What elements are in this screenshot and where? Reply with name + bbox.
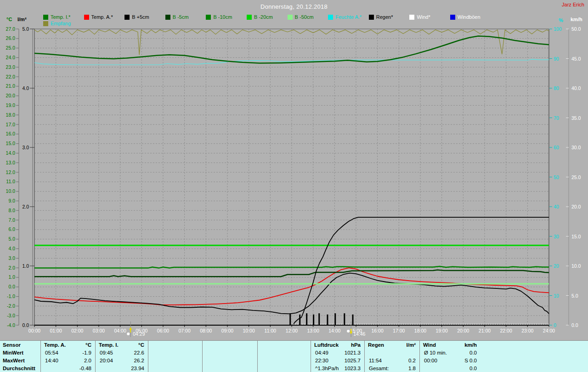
table-divider	[257, 341, 258, 372]
temp-tick-label: 24.0	[6, 55, 16, 60]
stat-sensor-unit: l/m²	[368, 341, 416, 349]
temp-tick-label: -1.0	[7, 293, 15, 299]
rain-tick-label: 2.0	[22, 204, 29, 209]
time-label: 10:00	[243, 328, 255, 333]
humidity-tick-label: 60	[554, 145, 559, 150]
temp-tick-label: 7.0	[8, 217, 15, 223]
wind-tick-label: 30.0	[571, 145, 581, 150]
temp-tick-label: 14.0	[6, 150, 16, 156]
wind-tick-label: 5.0	[571, 293, 578, 299]
stat-value: -1.9	[44, 349, 91, 357]
temp-tick-label: 26.0	[6, 35, 16, 41]
rain-bar	[344, 313, 345, 325]
rain-total-line	[293, 217, 549, 325]
stat-value: 1.8	[368, 365, 416, 372]
temp-tick-label: 27.0	[6, 26, 16, 32]
time-label: 12:00	[286, 328, 298, 333]
wind-tick-label: 50.0	[571, 26, 581, 32]
time-label: 16:00	[372, 328, 384, 333]
stat-sensor-unit: km/h	[423, 341, 477, 349]
stat-value: 0.2	[368, 357, 416, 365]
temp-tick-label: -4.0	[7, 322, 15, 328]
wind-tick-label: 25.0	[571, 175, 581, 180]
temp-tick-label: 2.0	[8, 265, 15, 271]
table-divider	[95, 341, 96, 372]
sunrise-icon	[127, 333, 130, 335]
rain-tick-label: 0.0	[22, 322, 29, 328]
wind-tick-label: 10.0	[571, 263, 581, 269]
temp-tick-label: 13.0	[6, 160, 16, 165]
time-label: 19:00	[436, 328, 448, 333]
time-label: 21:00	[479, 328, 491, 333]
rain-bar	[352, 315, 354, 325]
rain-tick-label: 3.0	[22, 145, 29, 150]
temp-tick-label: 6.0	[8, 226, 15, 232]
temp-tick-label: 12.0	[6, 169, 16, 175]
temp-tick-label: 4.0	[8, 246, 15, 251]
humidity-tick-label: 90	[554, 56, 559, 62]
time-label: 08:00	[200, 328, 212, 333]
time-label: 00:00	[28, 328, 40, 333]
weather-chart: 27.026.025.024.023.022.021.020.019.018.0…	[0, 0, 588, 340]
time-label: 14:00	[328, 328, 340, 333]
rain-tick-label: 5.0	[22, 26, 29, 32]
rain-tick-label: 4.0	[22, 85, 29, 91]
temp-tick-label: 5.0	[8, 236, 15, 242]
stat-value: 1021.3	[314, 349, 361, 357]
soil-minus5-line	[34, 270, 549, 277]
temp-tick-label: 20.0	[6, 93, 16, 98]
stat-value: 2.0	[44, 357, 91, 365]
time-label: 06:00	[157, 328, 169, 333]
rain-bar	[327, 315, 328, 325]
temp-tick-label: 9.0	[8, 198, 15, 203]
wind-tick-label: 20.0	[571, 204, 581, 209]
temp-tick-label: 8.0	[8, 208, 15, 213]
temp-tick-label: 10.0	[6, 188, 16, 194]
time-label: 20:00	[457, 328, 469, 333]
time-label: 18:00	[414, 328, 426, 333]
temp-tick-label: 11.0	[6, 179, 15, 184]
temp-tick-label: 25.0	[6, 45, 16, 51]
humidity-tick-label: 10	[554, 293, 559, 299]
time-label: 01:00	[50, 328, 62, 333]
stat-sensor-unit: hPa	[314, 341, 361, 349]
stat-value: 1023.3	[314, 365, 361, 372]
rain-bar	[313, 315, 314, 325]
rain-bar	[334, 313, 336, 325]
weather-station-window: Donnerstag, 20.12.2018 Jarz Erich °C l/m…	[0, 0, 588, 372]
rain-bar	[318, 313, 320, 325]
stat-value: 23.94	[99, 365, 144, 372]
time-label: 11:00	[265, 328, 277, 333]
stat-row-label: Durchschnitt	[3, 365, 40, 372]
sunrise-time-label: 04:29	[133, 331, 145, 337]
temp-tick-label: 22.0	[6, 74, 16, 79]
stat-row-label: MinWert	[3, 349, 40, 357]
temp-tick-label: 17.0	[6, 122, 16, 127]
temp-tick-label: 18.0	[6, 112, 16, 118]
table-divider	[364, 341, 365, 372]
sunrise-icon	[129, 327, 132, 333]
time-label: 22:00	[500, 328, 512, 333]
humidity-tick-label: 50	[554, 175, 559, 180]
stat-value: S 0.0	[423, 357, 477, 365]
temp-tick-label: 0.0	[8, 284, 15, 289]
stat-sensor-unit: °C	[99, 341, 144, 349]
stat-row-label: Sensor	[3, 341, 40, 349]
time-label: 24:00	[543, 328, 555, 333]
table-divider	[148, 341, 148, 372]
sunset-icon	[347, 330, 350, 333]
stat-value: -0.48	[44, 365, 91, 372]
humidity-tick-label: 0	[554, 322, 556, 328]
stat-value: 1025.7	[314, 357, 361, 365]
wind-tick-label: 15.0	[571, 234, 581, 239]
humidity-tick-label: 40	[554, 204, 559, 209]
wind-tick-label: 35.0	[571, 115, 581, 121]
humidity-tick-label: 30	[554, 234, 559, 239]
stat-row-label: MaxWert	[3, 357, 40, 365]
rain-tick-label: 1.0	[22, 263, 29, 269]
time-label: 02:00	[71, 328, 83, 333]
empfang-line	[34, 30, 549, 55]
table-divider	[202, 341, 203, 372]
rain-bar	[306, 313, 307, 325]
time-label: 13:00	[307, 328, 319, 333]
